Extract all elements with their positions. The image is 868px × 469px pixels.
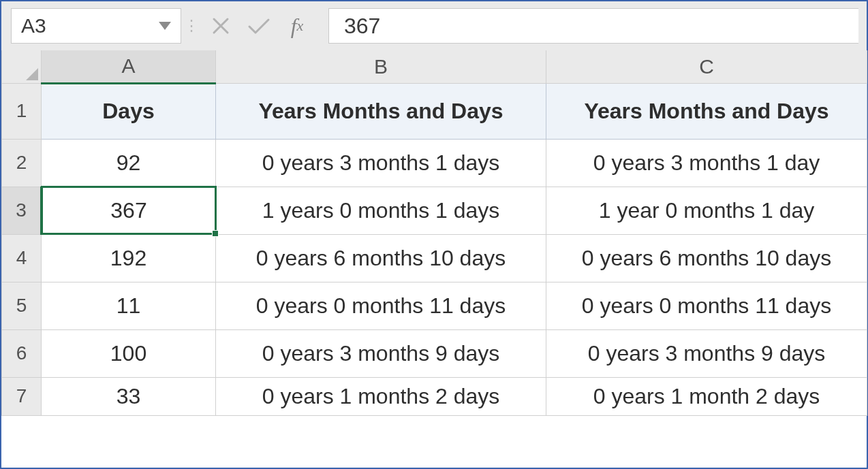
cell[interactable]: Years Months and Days — [546, 83, 867, 139]
cell[interactable]: 1 year 0 months 1 day — [546, 187, 867, 234]
row-header[interactable]: 7 — [2, 377, 42, 415]
row-header[interactable]: 4 — [2, 234, 42, 282]
cell[interactable]: 0 years 6 months 10 days — [216, 234, 546, 282]
chevron-down-icon[interactable] — [159, 22, 171, 30]
formula-bar-separator: ⋮ — [181, 8, 202, 44]
formula-input[interactable]: 367 — [328, 8, 858, 44]
enter-icon[interactable] — [240, 8, 278, 44]
row-header[interactable]: 3 — [2, 187, 42, 234]
select-all-corner[interactable] — [2, 50, 42, 83]
row-header[interactable]: 6 — [2, 329, 42, 377]
cell[interactable]: Years Months and Days — [216, 83, 546, 139]
cell[interactable]: 0 years 6 months 10 days — [546, 234, 867, 282]
cell[interactable]: 100 — [42, 329, 216, 377]
cell[interactable]: 0 years 3 months 1 days — [216, 139, 546, 187]
cell[interactable]: 0 years 0 months 11 days — [546, 282, 867, 329]
row-header[interactable]: 2 — [2, 139, 42, 187]
cell[interactable]: 0 years 3 months 9 days — [216, 329, 546, 377]
cell[interactable]: 92 — [42, 139, 216, 187]
column-header-B[interactable]: B — [216, 50, 546, 83]
cell[interactable]: 192 — [42, 234, 216, 282]
cell[interactable]: 0 years 3 months 9 days — [546, 329, 867, 377]
insert-function-icon[interactable]: fx — [278, 8, 316, 44]
name-box[interactable]: A3 — [11, 8, 181, 44]
name-box-value: A3 — [21, 14, 46, 37]
svg-marker-0 — [159, 22, 171, 30]
cell[interactable]: 33 — [42, 377, 216, 415]
formula-bar: A3 ⋮ fx 367 — [1, 1, 867, 50]
row-header[interactable]: 1 — [2, 83, 42, 139]
cell[interactable]: 0 years 0 months 11 days — [216, 282, 546, 329]
column-header-A[interactable]: A — [42, 50, 216, 83]
column-header-C[interactable]: C — [546, 50, 867, 83]
cell[interactable]: 0 years 1 month 2 days — [546, 377, 867, 415]
cell[interactable]: Days — [42, 83, 216, 139]
cell[interactable]: 11 — [42, 282, 216, 329]
cancel-icon[interactable] — [202, 8, 240, 44]
cell[interactable]: 0 years 1 months 2 days — [216, 377, 546, 415]
row-header[interactable]: 5 — [2, 282, 42, 329]
spreadsheet-grid[interactable]: A B C 1 Days Years Months and Days Years… — [1, 50, 867, 468]
cell[interactable]: 367 — [42, 187, 216, 234]
formula-input-value: 367 — [344, 14, 380, 39]
cell[interactable]: 1 years 0 months 1 days — [216, 187, 546, 234]
cell[interactable]: 0 years 3 months 1 day — [546, 139, 867, 187]
